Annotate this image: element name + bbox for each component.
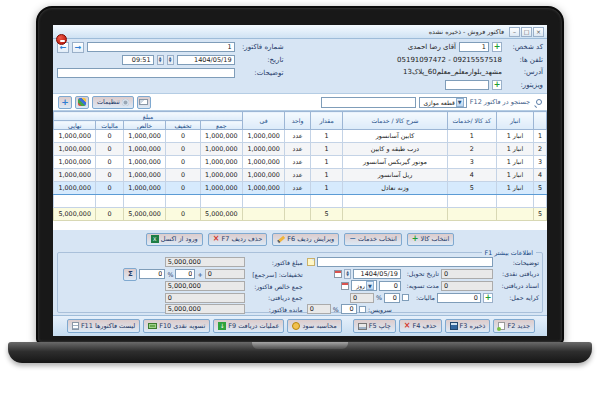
grid-cell[interactable]: 0: [96, 169, 124, 182]
grid-cell[interactable]: 1: [534, 130, 547, 143]
grid-cell[interactable]: عدد: [285, 169, 311, 182]
invoice-no-field[interactable]: [87, 42, 235, 52]
date-field[interactable]: [177, 55, 235, 65]
more-notes-field[interactable]: [317, 257, 493, 267]
save-button[interactable]: ذخیره F3: [445, 319, 491, 333]
select-services-button[interactable]: انتخاب خدمات −: [344, 233, 402, 246]
delivery-date-field[interactable]: [353, 269, 401, 279]
grid-cell[interactable]: 0: [166, 130, 200, 143]
grid-cell[interactable]: 1,000,000: [123, 143, 165, 156]
grid-cell[interactable]: 4: [534, 169, 547, 182]
calc-profit-button[interactable]: محاسبه سود: [287, 319, 341, 333]
delete-row-button[interactable]: حذف ردیف F7 ×: [208, 233, 267, 246]
minimize-button[interactable]: –: [509, 27, 520, 37]
grid-cell[interactable]: 0: [96, 143, 124, 156]
delete-button[interactable]: حذف F4 ×: [399, 319, 442, 333]
grid-cell[interactable]: 0: [96, 156, 124, 169]
calendar-icon[interactable]: [334, 270, 342, 278]
tax-checkbox[interactable]: [402, 294, 409, 301]
note-icon[interactable]: [307, 258, 315, 266]
grid-cell[interactable]: انبار 1: [496, 130, 533, 143]
add-freight-button[interactable]: +: [483, 293, 493, 303]
grid-cell[interactable]: 1: [310, 143, 342, 156]
close-button[interactable]: ×: [533, 27, 544, 37]
grid-cell[interactable]: 1,000,000: [123, 156, 165, 169]
grid-cell[interactable]: 1,000,000: [200, 130, 242, 143]
grid-cell[interactable]: 2: [447, 143, 496, 156]
grid-cell[interactable]: موتور گیربکس آسانسور: [343, 156, 447, 169]
freight-field[interactable]: [437, 293, 481, 303]
grid-cell[interactable]: 5: [534, 182, 547, 195]
search-input[interactable]: [321, 97, 416, 108]
grid-cell[interactable]: 5: [447, 182, 496, 195]
print-button[interactable]: چاپ F5: [353, 319, 396, 333]
settle-period-field[interactable]: [379, 281, 401, 291]
invoice-list-button[interactable]: لیست فاکتورها F11: [67, 319, 140, 333]
select-goods-button[interactable]: انتخاب کالا +: [407, 233, 454, 246]
grid-cell[interactable]: 1,000,000: [242, 169, 284, 182]
grid-cell[interactable]: 1,000,000: [242, 182, 284, 195]
grid-cell[interactable]: 0: [166, 169, 200, 182]
fullscreen-button[interactable]: +: [58, 96, 72, 109]
grid-cell[interactable]: 1,000,000: [242, 156, 284, 169]
grid-cell[interactable]: 4: [447, 169, 496, 182]
grid-cell[interactable]: وزنه تعادل: [343, 182, 447, 195]
grid-cell[interactable]: 1,000,000: [242, 143, 284, 156]
grid-cell[interactable]: 0: [96, 182, 124, 195]
person-code-field[interactable]: [459, 42, 489, 52]
calendar-icon[interactable]: [341, 282, 349, 290]
grid-cell[interactable]: ریل آسانسور: [343, 169, 447, 182]
tax-percent-field[interactable]: [384, 293, 400, 303]
grid-cell[interactable]: عدد: [285, 143, 311, 156]
edit-row-button[interactable]: ویرایش ردیف F6: [272, 233, 339, 246]
grid-cell[interactable]: 1,000,000: [200, 182, 242, 195]
grid-cell[interactable]: 0: [166, 156, 200, 169]
grid-cell[interactable]: 2: [534, 143, 547, 156]
receive-ops-button[interactable]: عملیات دریافت F9: [213, 319, 284, 333]
add-person-button[interactable]: +: [492, 42, 502, 52]
grid-cell[interactable]: 1: [447, 130, 496, 143]
time-spinner[interactable]: ▲▼: [157, 55, 164, 65]
grid-cell[interactable]: 1,000,000: [123, 130, 165, 143]
send-message-button[interactable]: [137, 96, 151, 109]
grid-cell[interactable]: عدد: [285, 130, 311, 143]
grid-cell[interactable]: 1,000,000: [123, 182, 165, 195]
visitor-field[interactable]: [445, 80, 489, 90]
discount-percent-field[interactable]: [175, 269, 195, 279]
cash-settle-button[interactable]: تسویه نقدی F10: [143, 319, 210, 333]
grid-cell[interactable]: 1,000,000: [200, 169, 242, 182]
theme-button[interactable]: [75, 96, 89, 109]
grid-cell[interactable]: انبار 1: [496, 143, 533, 156]
grid-cell[interactable]: درب طبقه و کابین: [343, 143, 447, 156]
import-excel-button[interactable]: ورود از اکسل: [146, 233, 203, 246]
discount-total-field[interactable]: [139, 269, 165, 279]
grid-cell[interactable]: انبار 1: [496, 169, 533, 182]
discount-sum-button[interactable]: Σ: [123, 268, 137, 281]
grid-cell[interactable]: 1: [310, 130, 342, 143]
grid-cell[interactable]: عدد: [285, 182, 311, 195]
grid-cell[interactable]: 1,000,000: [54, 169, 96, 182]
grid-cell[interactable]: انبار 1: [496, 182, 533, 195]
grid-cell[interactable]: 1,000,000: [200, 143, 242, 156]
grid-cell[interactable]: 1,000,000: [123, 169, 165, 182]
settle-unit-select[interactable]: ▼ روز: [351, 280, 377, 291]
grid-cell[interactable]: 3: [447, 156, 496, 169]
new-button[interactable]: جدید F2: [493, 319, 535, 333]
date-spinner[interactable]: ▲▼: [167, 55, 174, 65]
grid-cell[interactable]: 1: [310, 169, 342, 182]
next-invoice-button[interactable]: →: [72, 42, 84, 53]
service-percent-field[interactable]: [341, 304, 357, 314]
grid-cell[interactable]: عدد: [285, 156, 311, 169]
delivery-date-spinner[interactable]: ▲▼: [344, 269, 351, 279]
search-filter-select[interactable]: ▼ قطعه موازی: [419, 97, 467, 108]
grid-cell[interactable]: 0: [166, 143, 200, 156]
grid-cell[interactable]: انبار 1: [496, 156, 533, 169]
grid-cell[interactable]: 1,000,000: [200, 156, 242, 169]
add-visitor-button[interactable]: +: [492, 80, 502, 90]
grid-cell[interactable]: 0: [96, 130, 124, 143]
settings-button[interactable]: تنظیمات: [92, 96, 134, 109]
grid-cell[interactable]: کابین آسانسور: [343, 130, 447, 143]
grid-cell[interactable]: 1: [310, 182, 342, 195]
grid-cell[interactable]: 1,000,000: [54, 156, 96, 169]
notes-field[interactable]: [57, 68, 235, 78]
